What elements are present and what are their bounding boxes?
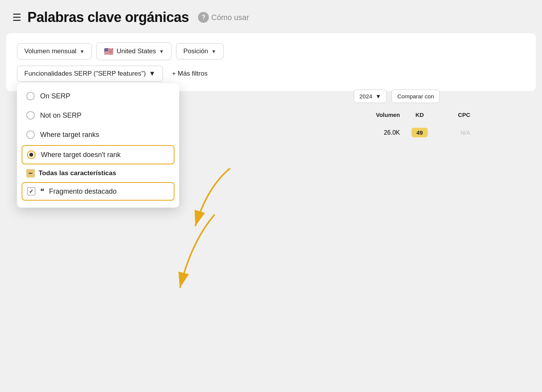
posicion-label: Posición <box>183 47 208 55</box>
where-target-ranks-radio <box>26 130 35 139</box>
country-filter-btn[interactable]: 🇺🇸 United States ▼ <box>97 42 171 60</box>
col-volumen-header: Volumen <box>354 112 400 118</box>
serp-dropdown: On SERP Not on SERP Where target ranks W… <box>17 83 179 208</box>
where-target-ranks-option[interactable]: Where target ranks <box>17 125 179 144</box>
on-serp-option[interactable]: On SERP <box>17 86 179 106</box>
posicion-chevron-icon: ▼ <box>211 49 216 54</box>
not-on-serp-option[interactable]: Not on SERP <box>17 106 179 125</box>
where-target-doesnt-rank-option[interactable]: Where target doesn't rank <box>22 145 174 164</box>
main-content: Volumen mensual ▼ 🇺🇸 United States ▼ Pos… <box>6 33 536 91</box>
date-label: 2024 <box>359 93 372 100</box>
check-mark-icon: ✓ <box>29 188 34 194</box>
on-serp-radio <box>26 92 35 100</box>
where-target-ranks-label: Where target ranks <box>40 131 99 139</box>
quote-icon: ❝ <box>40 187 44 196</box>
volumen-filter-btn[interactable]: Volumen mensual ▼ <box>17 43 92 59</box>
menu-icon[interactable]: ☰ <box>12 12 21 22</box>
country-chevron-icon: ▼ <box>159 49 164 54</box>
table-header: Volumen KD CPC <box>354 108 525 122</box>
volumen-chevron-icon: ▼ <box>80 49 85 54</box>
serp-label: Funcionalidades SERP ("SERP features") <box>24 70 146 78</box>
fragmento-checkbox: ✓ <box>27 187 36 196</box>
col-cpc-header: CPC <box>439 112 470 118</box>
volumen-label: Volumen mensual <box>24 47 76 55</box>
more-filters-btn[interactable]: + Más filtros <box>168 66 212 81</box>
country-flag-icon: 🇺🇸 <box>104 47 113 56</box>
radio-dot <box>29 153 33 157</box>
help-button[interactable]: ? Cómo usar <box>198 12 249 23</box>
not-on-serp-label: Not on SERP <box>40 112 81 120</box>
cell-volumen: 26.0K <box>354 129 400 136</box>
where-target-doesnt-rank-label: Where target doesn't rank <box>41 151 121 159</box>
serp-chevron-icon: ▼ <box>149 70 156 78</box>
kd-badge: 49 <box>412 128 428 137</box>
header: ☰ Palabras clave orgánicas ? Cómo usar <box>0 0 542 33</box>
date-btn[interactable]: 2024 ▼ <box>354 90 387 103</box>
all-features-label: Todas las características <box>39 169 116 177</box>
compare-btn[interactable]: Comparar con <box>391 90 440 103</box>
not-on-serp-radio <box>26 111 35 120</box>
table-row: 26.0K 49 N/A <box>354 122 525 143</box>
posicion-filter-btn[interactable]: Posición ▼ <box>176 43 224 59</box>
arrow-2 <box>149 211 226 303</box>
cell-cpc: N/A <box>439 129 470 136</box>
fragmento-destacado-label: Fragmento destacado <box>49 188 117 196</box>
serp-filter-btn[interactable]: Funcionalidades SERP ("SERP features") ▼ <box>17 66 163 82</box>
country-label: United States <box>117 47 156 55</box>
on-serp-label: On SERP <box>40 92 70 100</box>
filters-row-1: Volumen mensual ▼ 🇺🇸 United States ▼ Pos… <box>17 42 525 60</box>
compare-label: Comparar con <box>397 93 434 100</box>
where-target-doesnt-rank-radio <box>27 150 36 159</box>
right-panel: 2024 ▼ Comparar con Volumen KD CPC 26.0K… <box>343 83 536 149</box>
filters-row-2: Funcionalidades SERP ("SERP features") ▼… <box>17 66 525 82</box>
minus-icon: − <box>26 169 35 177</box>
date-select-row: 2024 ▼ Comparar con <box>354 90 525 103</box>
help-icon: ? <box>198 12 209 23</box>
date-chevron-icon: ▼ <box>375 93 381 100</box>
fragmento-destacado-option[interactable]: ✓ ❝ Fragmento destacado <box>22 182 174 201</box>
cell-kd: 49 <box>406 128 433 137</box>
help-label: Cómo usar <box>211 13 249 22</box>
col-kd-header: KD <box>406 112 433 118</box>
all-features-section: − Todas las características <box>17 165 179 181</box>
more-filters-label: + Más filtros <box>172 70 208 78</box>
page-title: Palabras clave orgánicas <box>27 9 189 25</box>
